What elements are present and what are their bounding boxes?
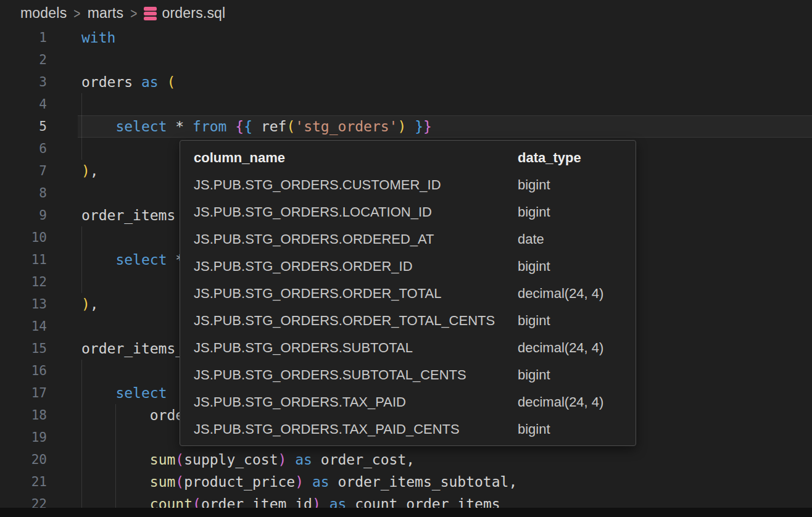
indent-guide bbox=[81, 226, 82, 249]
indent-guide bbox=[81, 249, 82, 271]
line-number[interactable]: 7 bbox=[0, 160, 47, 182]
line-number[interactable]: 1 bbox=[0, 27, 47, 49]
indent-guide bbox=[81, 138, 82, 160]
panel-divider bbox=[0, 508, 812, 517]
code-line[interactable]: 22 count(order_item_id) as count_order_i… bbox=[0, 493, 812, 508]
line-number[interactable]: 13 bbox=[0, 293, 47, 315]
code-line[interactable]: 3orders as ( bbox=[0, 71, 812, 93]
code-line[interactable]: 20 sum(supply_cost) as order_cost, bbox=[0, 449, 812, 471]
line-number[interactable]: 5 bbox=[0, 115, 47, 138]
line-number[interactable]: 8 bbox=[0, 182, 47, 204]
breadcrumb: models > marts > orders.sql bbox=[0, 0, 812, 27]
chevron-right-icon: > bbox=[130, 5, 137, 22]
popup-cell-column-name: JS.PUB.STG_ORDERS.TAX_PAID bbox=[194, 394, 518, 410]
code-text: orders as ( bbox=[47, 71, 812, 93]
popup-cell-data-type: decimal(24, 4) bbox=[518, 340, 622, 356]
code-text bbox=[47, 49, 812, 71]
code-line[interactable]: 5 select * from {{ ref('stg_orders') }} bbox=[0, 115, 812, 138]
line-number[interactable]: 18 bbox=[0, 404, 47, 426]
indent-guide bbox=[81, 471, 82, 493]
indent-guide bbox=[81, 382, 82, 404]
indent-guide bbox=[115, 404, 116, 426]
popup-cell-data-type: bigint bbox=[518, 421, 622, 437]
popup-cell-data-type: bigint bbox=[518, 367, 622, 383]
popup-cell-column-name: JS.PUB.STG_ORDERS.ORDERED_AT bbox=[194, 231, 518, 247]
popup-cell-column-name: JS.PUB.STG_ORDERS.ORDER_TOTAL bbox=[194, 286, 518, 302]
indent-guide bbox=[81, 271, 82, 293]
indent-guide bbox=[81, 449, 82, 471]
popup-row: JS.PUB.STG_ORDERS.CUSTOMER_IDbigint bbox=[180, 172, 636, 199]
line-number[interactable]: 11 bbox=[0, 249, 47, 271]
line-number[interactable]: 9 bbox=[0, 204, 47, 226]
popup-cell-data-type: bigint bbox=[518, 258, 622, 275]
popup-cell-data-type: decimal(24, 4) bbox=[518, 394, 622, 410]
popup-cell-column-name: JS.PUB.STG_ORDERS.SUBTOTAL_CENTS bbox=[194, 367, 518, 383]
popup-cell-data-type: bigint bbox=[518, 204, 622, 220]
popup-cell-column-name: JS.PUB.STG_ORDERS.LOCATION_ID bbox=[194, 204, 518, 220]
popup-row: JS.PUB.STG_ORDERS.SUBTOTALdecimal(24, 4) bbox=[180, 334, 636, 362]
popup-row: JS.PUB.STG_ORDERS.ORDER_TOTAL_CENTSbigin… bbox=[180, 307, 636, 334]
popup-cell-column-name: JS.PUB.STG_ORDERS.ORDER_TOTAL_CENTS bbox=[194, 313, 518, 329]
line-number[interactable]: 3 bbox=[0, 71, 47, 93]
popup-row: JS.PUB.STG_ORDERS.ORDER_IDbigint bbox=[180, 253, 636, 280]
code-text: count(order_item_id) as count_order_item… bbox=[47, 493, 812, 508]
code-editor-window: models > marts > orders.sql 1with23order… bbox=[0, 0, 812, 517]
indent-guide bbox=[81, 115, 82, 138]
line-number[interactable]: 15 bbox=[0, 337, 47, 360]
popup-cell-data-type: decimal(24, 4) bbox=[518, 286, 622, 302]
code-text bbox=[47, 93, 812, 115]
indent-guide bbox=[81, 360, 82, 382]
editor[interactable]: 1with23orders as (45 select * from {{ re… bbox=[0, 27, 812, 508]
code-text: sum(supply_cost) as order_cost, bbox=[47, 449, 812, 471]
line-number[interactable]: 10 bbox=[0, 226, 47, 249]
code-line[interactable]: 1with bbox=[0, 27, 812, 49]
popup-row: JS.PUB.STG_ORDERS.TAX_PAID_CENTSbigint bbox=[180, 416, 636, 443]
code-line[interactable]: 4 bbox=[0, 93, 812, 115]
popup-row: JS.PUB.STG_ORDERS.ORDER_TOTALdecimal(24,… bbox=[180, 280, 636, 307]
database-icon bbox=[144, 6, 157, 21]
popup-cell-data-type: date bbox=[518, 231, 622, 247]
line-number[interactable]: 12 bbox=[0, 271, 47, 293]
popup-cell-column-name: JS.PUB.STG_ORDERS.TAX_PAID_CENTS bbox=[194, 421, 518, 437]
breadcrumb-item-models[interactable]: models bbox=[20, 5, 67, 22]
code-text: with bbox=[47, 27, 812, 49]
code-line[interactable]: 21 sum(product_price) as order_items_sub… bbox=[0, 471, 812, 493]
breadcrumb-file[interactable]: orders.sql bbox=[144, 5, 225, 22]
popup-header-row: column_name data_type bbox=[180, 144, 636, 172]
indent-guide bbox=[81, 404, 82, 426]
line-number[interactable]: 17 bbox=[0, 382, 47, 404]
popup-cell-data-type: bigint bbox=[518, 177, 622, 193]
popup-cell-column-name: JS.PUB.STG_ORDERS.SUBTOTAL bbox=[194, 340, 518, 356]
popup-cell-data-type: bigint bbox=[518, 313, 622, 329]
line-number[interactable]: 16 bbox=[0, 360, 47, 382]
line-number[interactable]: 4 bbox=[0, 93, 47, 115]
indent-guide bbox=[115, 426, 116, 449]
popup-header-data-type: data_type bbox=[518, 150, 622, 166]
popup-header-column-name: column_name bbox=[194, 150, 518, 166]
indent-guide bbox=[115, 449, 116, 471]
popup-row: JS.PUB.STG_ORDERS.SUBTOTAL_CENTSbigint bbox=[180, 362, 636, 389]
indent-guide bbox=[81, 493, 82, 508]
breadcrumb-item-marts[interactable]: marts bbox=[88, 5, 124, 22]
popup-row: JS.PUB.STG_ORDERS.TAX_PAIDdecimal(24, 4) bbox=[180, 389, 636, 416]
line-number[interactable]: 6 bbox=[0, 138, 47, 160]
code-text: sum(product_price) as order_items_subtot… bbox=[47, 471, 812, 493]
breadcrumb-file-label: orders.sql bbox=[162, 5, 225, 22]
popup-row: JS.PUB.STG_ORDERS.ORDERED_ATdate bbox=[180, 226, 636, 253]
column-info-popup: column_name data_type JS.PUB.STG_ORDERS.… bbox=[180, 140, 636, 446]
line-number[interactable]: 20 bbox=[0, 449, 47, 471]
popup-row: JS.PUB.STG_ORDERS.LOCATION_IDbigint bbox=[180, 199, 636, 226]
indent-guide bbox=[81, 93, 82, 115]
line-number[interactable]: 21 bbox=[0, 471, 47, 493]
popup-cell-column-name: JS.PUB.STG_ORDERS.CUSTOMER_ID bbox=[194, 177, 518, 193]
popup-rows: JS.PUB.STG_ORDERS.CUSTOMER_IDbigintJS.PU… bbox=[180, 172, 636, 443]
indent-guide bbox=[115, 471, 116, 493]
line-number[interactable]: 14 bbox=[0, 315, 47, 337]
code-text: select * from {{ ref('stg_orders') }} bbox=[47, 115, 812, 138]
indent-guide bbox=[115, 493, 116, 508]
line-number[interactable]: 19 bbox=[0, 426, 47, 449]
line-number[interactable]: 2 bbox=[0, 49, 47, 71]
code-line[interactable]: 2 bbox=[0, 49, 812, 71]
chevron-right-icon: > bbox=[73, 5, 80, 22]
line-number[interactable]: 22 bbox=[0, 493, 47, 508]
